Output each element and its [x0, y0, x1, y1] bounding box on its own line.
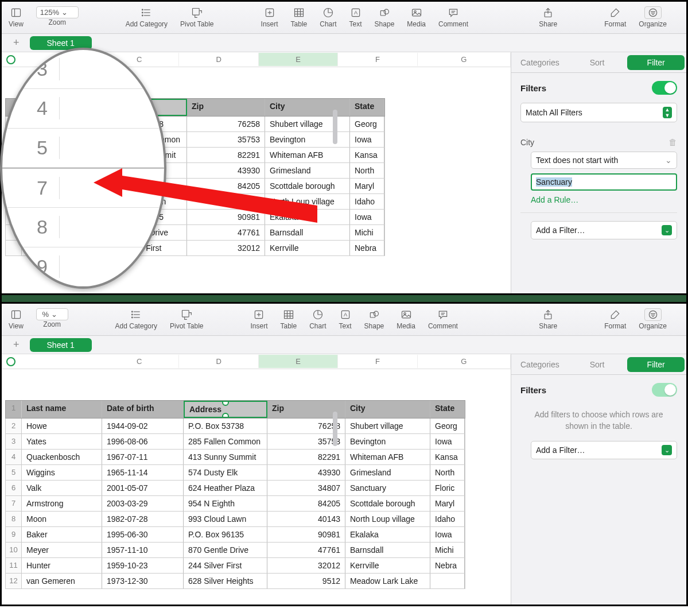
- shape-tool[interactable]: Shape: [364, 308, 384, 330]
- column-headers: B C D E F G: [2, 354, 511, 369]
- filters-toggle[interactable]: [652, 383, 677, 397]
- table-tool[interactable]: Table: [280, 308, 297, 330]
- svg-point-53: [374, 311, 378, 316]
- insert-tool[interactable]: Insert: [261, 6, 278, 28]
- table-row[interactable]: 3Yates1996-08-06285 Fallen Common35753Be…: [5, 434, 465, 450]
- tab-categories[interactable]: Categories: [511, 53, 569, 72]
- chart-tool[interactable]: Chart: [309, 308, 326, 330]
- svg-point-37: [132, 311, 133, 312]
- add-filter-select[interactable]: Add a Filter… ⌄: [531, 441, 677, 459]
- trash-icon[interactable]: 🗑: [668, 137, 677, 147]
- plus-box-icon: [264, 6, 275, 19]
- col-zip[interactable]: Zip: [187, 99, 265, 116]
- text-tool[interactable]: A Text: [339, 308, 352, 330]
- table-tool[interactable]: Table: [291, 6, 308, 28]
- col-G[interactable]: G: [418, 355, 511, 368]
- table-row[interactable]: 7Armstrong2003-03-29954 N Eighth84205Sco…: [5, 496, 465, 512]
- add-category-tool[interactable]: Add Category: [115, 308, 157, 330]
- select-all-circle[interactable]: [2, 357, 20, 366]
- svg-point-6: [142, 12, 143, 13]
- comment-tool[interactable]: Comment: [428, 308, 458, 330]
- filters-toggle[interactable]: [652, 81, 677, 95]
- tab-filter[interactable]: Filter: [627, 357, 685, 372]
- scrollbar[interactable]: [333, 110, 337, 144]
- col-E[interactable]: E: [259, 53, 338, 66]
- text-icon: A: [350, 6, 362, 19]
- col-state[interactable]: State: [350, 99, 384, 116]
- view-tool[interactable]: View: [9, 6, 24, 28]
- share-tool[interactable]: Share: [539, 308, 557, 330]
- tab-filter[interactable]: Filter: [627, 55, 685, 70]
- brush-icon: [609, 308, 621, 321]
- col-state[interactable]: State: [430, 401, 465, 418]
- sheet-tab[interactable]: Sheet 1: [30, 338, 92, 352]
- col-city[interactable]: City: [345, 401, 430, 418]
- add-sheet-button[interactable]: +: [7, 339, 25, 351]
- col-E[interactable]: E: [259, 355, 338, 368]
- table-icon: [283, 308, 294, 321]
- tab-sort[interactable]: Sort: [569, 355, 626, 374]
- organize-panel-top: Categories Sort Filter Filters Match All…: [511, 52, 686, 293]
- insert-tool[interactable]: Insert: [250, 308, 267, 330]
- table-row[interactable]: 8Moon1982-07-28993 Cloud Lawn40143North …: [5, 512, 465, 527]
- media-tool[interactable]: Media: [407, 6, 426, 28]
- add-sheet-button[interactable]: +: [7, 37, 25, 49]
- comment-icon: [448, 6, 459, 19]
- add-filter-select[interactable]: Add a Filter… ⌄: [531, 221, 677, 239]
- condition-select[interactable]: Text does not start with ⌄: [531, 152, 677, 169]
- col-C[interactable]: C: [100, 355, 179, 368]
- table-row[interactable]: 5Wiggins1965-11-14574 Dusty Elk43930Grim…: [5, 465, 465, 481]
- zoom-tool[interactable]: % ⌄ Zoom: [36, 308, 68, 328]
- sheet-area-bottom[interactable]: B C D E F G 1 Last name Date of birth Ad…: [2, 354, 511, 605]
- table-row[interactable]: 2Howe1944-09-02P.O. Box 5373876258Shuber…: [5, 419, 465, 434]
- col-D[interactable]: D: [179, 355, 258, 368]
- svg-rect-8: [193, 9, 200, 16]
- zoom-tool[interactable]: 125% ⌄ Zoom: [36, 6, 79, 26]
- col-lastname[interactable]: Last name: [22, 401, 102, 418]
- col-G[interactable]: G: [418, 53, 511, 66]
- table-row[interactable]: 6Valk2001-05-07624 Heather Plaza34807San…: [5, 481, 465, 496]
- svg-rect-44: [284, 311, 293, 318]
- table-row[interactable]: 10Meyer1957-11-10870 Gentle Drive47761Ba…: [5, 543, 465, 558]
- text-tool[interactable]: A Text: [349, 6, 362, 28]
- match-mode-select[interactable]: Match All Filters ▲▼: [520, 103, 677, 122]
- table-row[interactable]: 4Quackenbosch1967-07-11413 Sunny Summit8…: [5, 450, 465, 465]
- add-rule-link[interactable]: Add a Rule…: [531, 195, 677, 204]
- media-tool[interactable]: Media: [397, 308, 415, 330]
- col-F[interactable]: F: [338, 355, 417, 368]
- chevron-down-icon: ⌄: [662, 445, 672, 455]
- pivot-tool[interactable]: Pivot Table: [180, 6, 213, 28]
- view-icon: [10, 308, 22, 321]
- organize-tool[interactable]: Organize: [639, 6, 667, 28]
- plus-box-icon: [253, 308, 265, 321]
- comment-tool[interactable]: Comment: [438, 6, 468, 28]
- filter-value-input[interactable]: Sanctuary: [531, 173, 677, 191]
- col-D[interactable]: D: [179, 53, 258, 66]
- share-tool[interactable]: Share: [539, 6, 557, 28]
- svg-point-38: [132, 314, 133, 315]
- table-row[interactable]: 9Baker1995-06-30P.O. Box 9613590981Ekala…: [5, 527, 465, 543]
- svg-rect-32: [11, 311, 20, 318]
- view-tool[interactable]: View: [9, 308, 24, 330]
- select-all-circle[interactable]: [2, 55, 20, 64]
- pivot-tool[interactable]: Pivot Table: [170, 308, 203, 330]
- list-icon: [141, 6, 152, 19]
- scrollbar[interactable]: [333, 412, 337, 446]
- organize-tool[interactable]: Organize: [639, 308, 667, 330]
- add-category-tool[interactable]: Add Category: [126, 6, 168, 28]
- table-row[interactable]: 11Hunter1959-10-23244 Silver First32012K…: [5, 558, 465, 574]
- col-dob[interactable]: Date of birth: [102, 401, 184, 418]
- zoom-select[interactable]: 125% ⌄: [36, 6, 79, 18]
- col-F[interactable]: F: [338, 53, 417, 66]
- tab-sort[interactable]: Sort: [569, 53, 626, 72]
- format-tool[interactable]: Format: [604, 6, 626, 28]
- col-address[interactable]: Address: [184, 401, 267, 418]
- shape-tool[interactable]: Shape: [375, 6, 395, 28]
- list-icon: [130, 308, 142, 321]
- format-tool[interactable]: Format: [604, 308, 626, 330]
- chart-tool[interactable]: Chart: [320, 6, 336, 28]
- zoom-select[interactable]: % ⌄: [36, 308, 68, 320]
- table-row[interactable]: 12van Gemeren1973-12-30628 Silver Height…: [5, 574, 465, 589]
- tab-categories[interactable]: Categories: [511, 355, 569, 374]
- filters-heading: Filters: [520, 83, 546, 93]
